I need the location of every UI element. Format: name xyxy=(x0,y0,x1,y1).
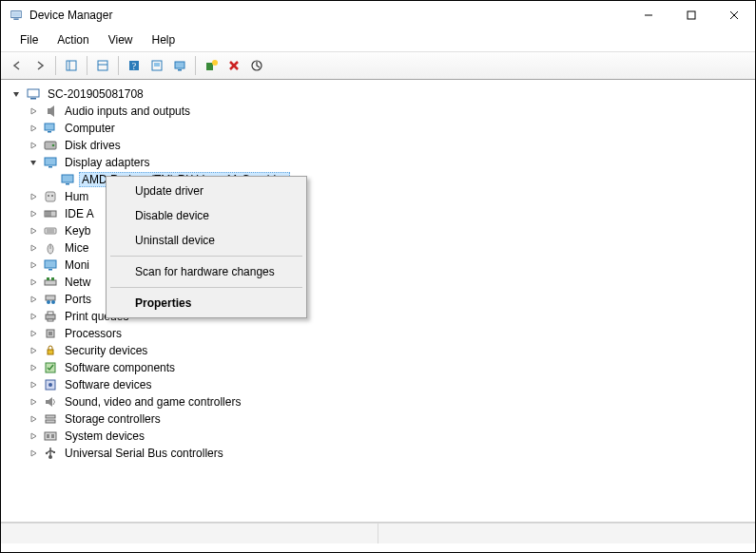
cm-uninstall-device[interactable]: Uninstall device xyxy=(108,228,304,253)
menu-action[interactable]: Action xyxy=(49,31,96,48)
tree-row[interactable]: Processors xyxy=(28,325,751,342)
chevron-right-icon[interactable] xyxy=(28,396,39,408)
update-icon[interactable] xyxy=(246,55,267,76)
chevron-right-icon[interactable] xyxy=(28,276,39,288)
tree-node-label[interactable]: SC-201905081708 xyxy=(45,86,146,102)
minimize-button[interactable] xyxy=(627,1,669,29)
tree-row[interactable]: Sound, video and game controllers xyxy=(28,393,751,410)
svg-point-71 xyxy=(46,452,48,454)
svg-point-28 xyxy=(52,144,55,147)
svg-rect-66 xyxy=(51,434,54,438)
tree-row[interactable]: Audio inputs and outputs xyxy=(28,103,751,120)
chevron-right-icon[interactable] xyxy=(28,328,39,339)
tree-node-label[interactable]: Mice xyxy=(62,240,91,256)
svg-rect-14 xyxy=(154,63,160,67)
tree-node-label[interactable]: Software devices xyxy=(62,377,154,392)
menu-bar: File Action View Help xyxy=(1,29,755,51)
svg-rect-9 xyxy=(98,61,107,70)
tree-node-label[interactable]: Disk drives xyxy=(62,138,124,153)
swdev-icon xyxy=(43,377,58,392)
chevron-right-icon[interactable] xyxy=(28,242,39,254)
chevron-right-icon[interactable] xyxy=(28,448,39,459)
tree-node-label[interactable]: Display adapters xyxy=(62,155,152,170)
tree-node-label[interactable]: Moni xyxy=(62,257,92,273)
toolbar-separator xyxy=(118,56,119,75)
chevron-down-icon[interactable] xyxy=(28,157,39,168)
chevron-right-icon[interactable] xyxy=(28,123,39,134)
svg-point-52 xyxy=(51,300,55,304)
chevron-right-icon[interactable] xyxy=(28,259,39,271)
tree-row[interactable]: Disk drives xyxy=(28,137,751,154)
chevron-right-icon[interactable] xyxy=(28,345,39,356)
svg-rect-23 xyxy=(30,98,36,100)
chevron-right-icon[interactable] xyxy=(28,379,39,391)
window-title: Device Manager xyxy=(29,9,627,22)
show-hide-tree-icon[interactable] xyxy=(61,55,82,76)
chevron-right-icon[interactable] xyxy=(28,191,39,202)
svg-rect-16 xyxy=(178,69,182,71)
tree-row[interactable]: SC-201905081708 xyxy=(10,86,751,103)
cm-scan-hardware[interactable]: Scan for hardware changes xyxy=(108,259,304,284)
help-icon[interactable]: ? xyxy=(124,55,145,76)
chevron-right-icon[interactable] xyxy=(28,430,39,442)
forward-icon[interactable] xyxy=(29,55,50,76)
tree-node-label[interactable]: IDE A xyxy=(62,206,97,221)
back-icon[interactable] xyxy=(7,55,28,76)
tree-node-label[interactable]: Computer xyxy=(62,121,118,136)
close-button[interactable] xyxy=(712,1,755,29)
menu-help[interactable]: Help xyxy=(145,31,184,48)
tree-node-label[interactable]: Keyb xyxy=(62,223,93,238)
window-controls xyxy=(627,1,755,29)
chevron-right-icon[interactable] xyxy=(28,362,39,373)
device-tree[interactable]: SC-201905081708Audio inputs and outputsC… xyxy=(1,80,755,523)
tree-node-label[interactable]: Netw xyxy=(62,275,93,290)
chevron-right-icon[interactable] xyxy=(28,294,39,305)
chevron-right-icon[interactable] xyxy=(28,311,39,322)
menu-view[interactable]: View xyxy=(101,31,141,48)
add-legacy-icon[interactable] xyxy=(201,55,222,76)
chevron-right-icon[interactable] xyxy=(28,140,39,151)
tree-node-label[interactable]: Universal Serial Bus controllers xyxy=(62,446,226,461)
tree-node-label[interactable]: Software components xyxy=(62,360,178,375)
cm-properties[interactable]: Properties xyxy=(108,291,304,315)
tree-node-label[interactable]: Processors xyxy=(62,326,125,341)
monitor-icon xyxy=(43,257,58,273)
tree-row[interactable]: Universal Serial Bus controllers xyxy=(28,445,751,462)
toolbar: ? xyxy=(1,51,755,80)
cm-update-driver[interactable]: Update driver xyxy=(108,179,304,203)
app-icon xyxy=(9,8,24,23)
toolbar-separator xyxy=(87,56,87,75)
tree-row[interactable]: System devices xyxy=(28,428,751,445)
status-cell xyxy=(1,524,378,543)
computer-icon xyxy=(26,86,41,102)
tree-node-label[interactable]: System devices xyxy=(62,429,147,444)
menu-file[interactable]: File xyxy=(12,31,46,48)
chevron-right-icon[interactable] xyxy=(28,225,39,237)
tree-node-label[interactable]: Storage controllers xyxy=(62,411,164,427)
status-cell xyxy=(378,524,755,543)
tree-row[interactable]: Software components xyxy=(28,359,751,376)
tree-row[interactable]: Software devices xyxy=(28,376,751,393)
tree-node-label[interactable]: Ports xyxy=(62,292,94,307)
toolbar-separator xyxy=(55,56,56,75)
tree-node-label[interactable]: Sound, video and game controllers xyxy=(62,394,243,410)
properties-icon[interactable] xyxy=(92,55,113,76)
tree-row[interactable]: Storage controllers xyxy=(28,410,751,428)
action-center-icon[interactable] xyxy=(146,55,167,76)
scan-hardware-icon[interactable] xyxy=(169,55,190,76)
tree-node-label[interactable]: Hum xyxy=(62,189,91,204)
tree-node-label[interactable]: Security devices xyxy=(62,343,150,358)
tree-node-label[interactable]: Audio inputs and outputs xyxy=(62,104,193,119)
maximize-button[interactable] xyxy=(669,1,712,29)
tree-row[interactable]: Security devices xyxy=(28,342,751,359)
sound-icon xyxy=(43,394,58,410)
remove-icon[interactable] xyxy=(223,55,244,76)
tree-row[interactable]: Display adapters xyxy=(28,154,751,171)
chevron-right-icon[interactable] xyxy=(28,208,39,219)
cm-disable-device[interactable]: Disable device xyxy=(108,203,304,228)
chevron-right-icon[interactable] xyxy=(28,413,39,425)
chevron-right-icon[interactable] xyxy=(28,105,39,117)
tree-row[interactable]: Computer xyxy=(28,120,751,137)
system-icon xyxy=(43,429,58,444)
chevron-down-icon[interactable] xyxy=(10,88,22,100)
